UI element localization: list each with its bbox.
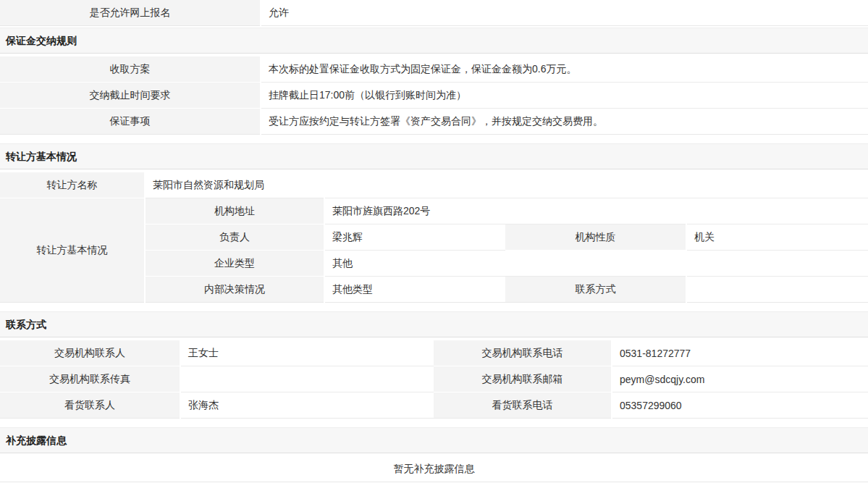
transferor-name-label: 转让方名称: [0, 172, 145, 198]
online-signup-label: 是否允许网上报名: [0, 0, 261, 26]
org-address-value: 莱阳市旌旗西路202号: [324, 198, 868, 224]
org-address-label: 机构地址: [145, 198, 324, 224]
online-signup-table: 是否允许网上报名 允许: [0, 0, 868, 26]
guarantee-matters-value: 受让方应按约定与转让方签署《资产交易合同》，并按规定交纳交易费用。: [261, 109, 868, 135]
payment-deadline-label: 交纳截止时间要求: [0, 83, 261, 109]
contact-method-label: 联系方式: [505, 277, 686, 303]
guarantee-matters-label: 保证事项: [0, 109, 261, 135]
enterprise-type-value: 其他: [324, 251, 868, 277]
principal-label: 负责人: [145, 224, 324, 251]
internal-decision-value: 其他类型: [324, 277, 505, 303]
section-title-contact: 联系方式: [0, 311, 868, 337]
section-title-deposit-rules: 保证金交纳规则: [0, 28, 868, 54]
supplement-empty-text: 暂无补充披露信息: [0, 456, 868, 482]
transferor-group-label: 转让方基本情况: [0, 198, 145, 303]
collection-plan-value: 本次标的处置保证金收取方式为固定保证金，保证金金额为0.6万元。: [261, 56, 868, 83]
guarantee-matters-row: 保证事项 受让方应按约定与转让方签署《资产交易合同》，并按规定交纳交易费用。: [0, 109, 868, 135]
contact-method-value: [686, 277, 868, 303]
agency-contact-row: 交易机构联系人 王女士 交易机构联系电话 0531-81272777: [0, 340, 868, 366]
deposit-rules-table: 收取方案 本次标的处置保证金收取方式为固定保证金，保证金金额为0.6万元。 交纳…: [0, 56, 868, 135]
viewing-phone-value: 05357299060: [612, 392, 868, 419]
agency-fax-row: 交易机构联系传真 交易机构联系邮箱 peym@sdcqjy.com: [0, 366, 868, 392]
agency-fax-label: 交易机构联系传真: [0, 366, 180, 392]
collection-plan-label: 收取方案: [0, 56, 261, 83]
online-signup-value: 允许: [261, 0, 868, 26]
section-title-supplement: 补充披露信息: [0, 427, 868, 453]
contact-table: 交易机构联系人 王女士 交易机构联系电话 0531-81272777 交易机构联…: [0, 340, 868, 419]
viewing-contact-row: 看货联系人 张海杰 看货联系电话 05357299060: [0, 392, 868, 419]
agency-contact-label: 交易机构联系人: [0, 340, 180, 366]
principal-value: 梁兆辉: [324, 224, 505, 251]
org-address-row: 转让方基本情况 机构地址 莱阳市旌旗西路202号: [0, 198, 868, 224]
enterprise-type-label: 企业类型: [145, 251, 324, 277]
payment-deadline-value: 挂牌截止日17:00前（以银行到账时间为准）: [261, 83, 868, 109]
org-nature-value: 机关: [686, 224, 868, 251]
section-title-transferor-info: 转让方基本情况: [0, 143, 868, 169]
collection-plan-row: 收取方案 本次标的处置保证金收取方式为固定保证金，保证金金额为0.6万元。: [0, 56, 868, 83]
org-nature-label: 机构性质: [505, 224, 686, 251]
agency-contact-value: 王女士: [180, 340, 434, 366]
supplement-empty-row: 暂无补充披露信息: [0, 456, 868, 482]
transferor-info-table: 转让方名称 莱阳市自然资源和规划局 转让方基本情况 机构地址 莱阳市旌旗西路20…: [0, 172, 868, 303]
supplement-table: 暂无补充披露信息: [0, 456, 868, 482]
viewing-contact-label: 看货联系人: [0, 392, 180, 419]
transferor-name-row: 转让方名称 莱阳市自然资源和规划局: [0, 172, 868, 198]
agency-email-label: 交易机构联系邮箱: [434, 366, 612, 392]
viewing-phone-label: 看货联系电话: [434, 392, 612, 419]
agency-phone-label: 交易机构联系电话: [434, 340, 612, 366]
payment-deadline-row: 交纳截止时间要求 挂牌截止日17:00前（以银行到账时间为准）: [0, 83, 868, 109]
agency-fax-value: [180, 366, 434, 392]
online-signup-row: 是否允许网上报名 允许: [0, 0, 868, 26]
agency-phone-value: 0531-81272777: [612, 340, 868, 366]
transferor-name-value: 莱阳市自然资源和规划局: [145, 172, 868, 198]
viewing-contact-value: 张海杰: [180, 392, 434, 419]
agency-email-value: peym@sdcqjy.com: [612, 366, 868, 392]
internal-decision-label: 内部决策情况: [145, 277, 324, 303]
